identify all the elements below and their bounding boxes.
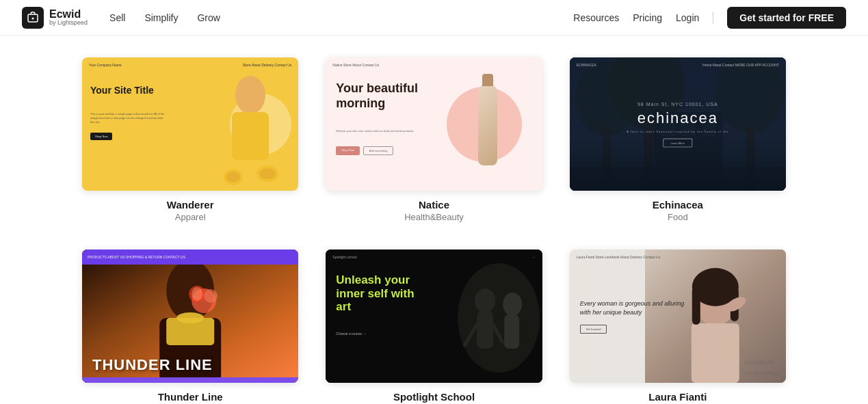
nav-login[interactable]: Login [676,12,699,23]
nav-simplify[interactable]: Simplify [144,12,178,23]
svg-point-29 [176,312,204,323]
wanderer-model [213,68,288,191]
svg-point-37 [458,263,540,373]
echinacea-nav-links: Home About Contact MORE OUR APP ACCOUNT [702,63,779,67]
laura-name: Laura Fianti [648,391,707,403]
template-preview-echinacea[interactable]: ECHINACEA Home About Contact MORE OUR AP… [570,57,786,191]
spotlight-nav: Spotlight school ··· [326,255,542,259]
svg-point-1 [32,17,34,19]
natice-bottle [471,71,505,177]
main-content: Your Company Name Store About Delivery C… [0,36,868,404]
template-card-spotlight: Spotlight school ··· [326,250,542,404]
logo[interactable]: Ecwid by Lightspeed [22,7,88,29]
thunder-text: THUNDER LINE [92,358,213,373]
natice-headline: Your beautiful morning [336,81,432,111]
brand-tagline: by Lightspeed [49,20,88,27]
goto-settings: Go to Settings [744,370,779,376]
svg-point-7 [259,168,276,179]
brand-name: Ecwid [49,8,88,21]
laura-cta: Get Inspired [580,325,607,334]
wanderer-name: Wanderer [167,199,214,211]
activate-watermark: Activate W... [745,359,779,366]
natice-sub: Refresh your skin care routine with our … [336,129,414,133]
laura-quote: Every woman is gorgeous and alluring wit… [580,299,689,318]
nav-left: Ecwid by Lightspeed Sell Simplify Grow [22,7,220,29]
thunder-name: Thunder Line [158,391,223,403]
thunder-purple-bar [82,377,298,383]
echinacea-category: Food [668,212,688,222]
svg-rect-3 [232,112,269,160]
svg-point-6 [226,172,240,183]
template-preview-natice[interactable]: Natice Store About Contact Us Your beaut… [326,57,542,191]
wanderer-category: Apparel [175,212,206,222]
spotlight-name: Spotlight School [393,391,475,403]
template-preview-spotlight[interactable]: Spotlight school ··· [326,250,542,383]
get-started-button[interactable]: Get started for FREE [727,7,846,29]
spotlight-headline: Unleash your inner self with art [336,273,432,314]
svg-point-2 [235,76,265,114]
nav-main-links: Sell Simplify Grow [109,12,220,24]
natice-add-btn: Add something [363,146,394,155]
template-preview-thunder[interactable]: PRODUCTS ABOUT US SHOPPING & RETURN CONT… [82,250,298,383]
natice-nav: Natice Store About Contact Us [326,63,542,67]
template-card-thunder: PRODUCTS ABOUT US SHOPPING & RETURN CONT… [82,250,298,404]
echinacea-brand-mini: ECHINACEA [577,63,596,67]
template-preview-laura[interactable]: Laura Fianti Store Lookbook About Delive… [570,250,786,383]
nav-right: Resources Pricing Login Get started for … [573,7,846,29]
templates-grid: Your Company Name Store About Delivery C… [82,57,786,404]
nav-resources[interactable]: Resources [573,12,619,23]
wanderer-shop-btn: Shop Now [90,133,112,140]
nav-divider [713,12,713,24]
svg-point-27 [192,287,202,301]
natice-shop-btn: Shop Now [336,146,359,155]
natice-category: Health&Beauty [404,212,464,222]
template-card-laura: Laura Fianti Store Lookbook About Delive… [570,250,786,404]
spotlight-sub: Choose a course → [336,332,366,336]
echinacea-nav: ECHINACEA Home About Contact MORE OUR AP… [570,63,786,67]
echinacea-address: 98 Main St, NYC 10001, USA [627,101,728,106]
template-preview-wanderer[interactable]: Your Company Name Store About Delivery C… [82,57,298,191]
wanderer-site-title: Your Site Title [90,85,154,96]
natice-name: Natice [419,199,449,211]
thunder-nav: PRODUCTS ABOUT US SHOPPING & RETURN CONT… [82,250,298,265]
spotlight-scene-svg [326,250,542,383]
nav-pricing[interactable]: Pricing [633,12,662,23]
wanderer-mini-nav: Your Company Name Store About Delivery C… [82,63,298,67]
logo-text-block: Ecwid by Lightspeed [49,8,88,27]
spotlight-dancers-bg [326,250,542,383]
natice-buttons: Shop Now Add something [336,146,393,155]
nav-grow[interactable]: Grow [197,12,220,23]
template-card-wanderer: Your Company Name Store About Delivery C… [82,57,298,222]
wanderer-desc: This is your website, a single page onli… [90,112,166,124]
echinacea-bottom-fade [570,136,786,191]
navbar: Ecwid by Lightspeed Sell Simplify Grow R… [0,0,868,36]
template-card-natice: Natice Store About Contact Us Your beaut… [326,57,542,222]
bottle-body [478,83,497,165]
svg-point-26 [204,289,218,303]
echinacea-main-title: echinacea [627,109,728,126]
logo-icon [22,7,44,29]
template-card-echinacea: ECHINACEA Home About Contact MORE OUR AP… [570,57,786,222]
bottle-cap [482,74,493,86]
echinacea-subtitle: A farm-to-table Seasonal Inspired by the… [627,129,728,133]
nav-sell[interactable]: Sell [109,12,125,23]
laura-text-block: Every woman is gorgeous and alluring wit… [570,250,700,383]
echinacea-name: Echinacea [653,199,703,211]
